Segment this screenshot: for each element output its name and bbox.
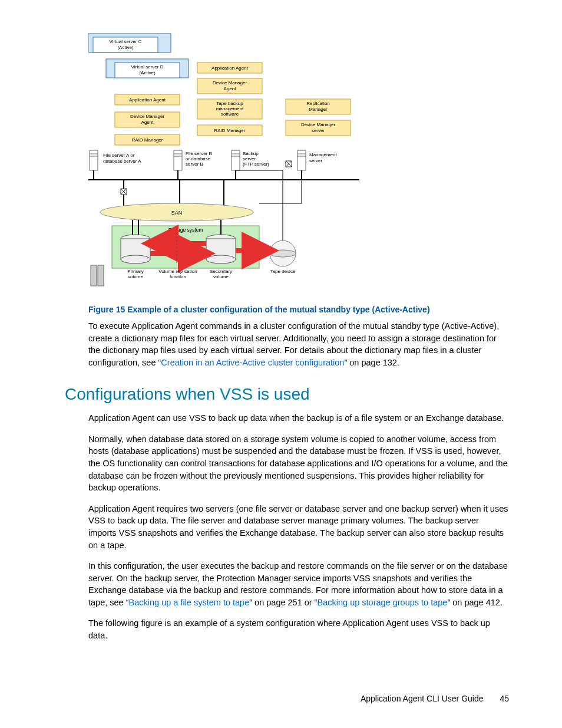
raid-mgr-mid: RAID Manager (214, 128, 246, 133)
para5-text-c: ” on page 412. (447, 598, 503, 607)
vol-repl-label: Volume replicationfunction (158, 269, 197, 279)
repl-mgr: ReplicationManager (306, 101, 330, 112)
figure-15-diagram: Virtual server C(Active) Virtual server … (88, 32, 509, 298)
paragraph-2: Application Agent can use VSS to back up… (88, 412, 509, 424)
server-icon-a (90, 150, 98, 170)
para5-text-b: ” on page 251 or “ (249, 598, 317, 607)
file-server-b-label: File server Bor databaseserver B (186, 151, 212, 167)
server-icon-mgmt (297, 150, 306, 170)
svg-point-50 (270, 250, 296, 257)
page-footer: Application Agent CLI User Guide 45 (361, 694, 509, 703)
svg-rect-13 (90, 150, 98, 170)
paragraph-1: To execute Application Agent commands in… (88, 320, 509, 368)
primary-vol-label: Primaryvolume (127, 269, 144, 279)
paragraph-5: In this configuration, the user executes… (88, 560, 509, 608)
server-icon-backup (232, 150, 240, 170)
paragraph-4: Application Agent requires two servers (… (88, 503, 509, 551)
link-active-active[interactable]: Creation in an Active-Active cluster con… (161, 358, 344, 367)
svg-rect-22 (297, 150, 306, 170)
footer-title: Application Agent CLI User Guide (361, 694, 484, 703)
page-number: 45 (500, 694, 509, 703)
figure-caption: Figure 15 Example of a cluster configura… (88, 305, 509, 314)
mgmt-server-label: Managementserver (309, 152, 337, 163)
file-server-a-label: File server A ordatabase server A (103, 153, 141, 164)
svg-point-45 (206, 255, 236, 263)
svg-point-42 (121, 255, 150, 263)
backup-server-label: Backupserver(FTP server) (243, 151, 269, 167)
san-label: SAN (171, 210, 183, 216)
svg-rect-53 (98, 265, 104, 286)
svg-rect-16 (174, 150, 182, 170)
link-backup-sg-tape[interactable]: Backing up storage groups to tape (318, 598, 448, 607)
secondary-vol-label: Secondaryvolume (210, 269, 232, 279)
app-agent-left: Application Agent (129, 97, 166, 103)
paragraph-3: Normally, when database data stored on a… (88, 433, 509, 494)
paragraph-6: The following figure is an example of a … (88, 617, 509, 641)
storage-system-label: Storage system (168, 227, 203, 233)
link-backup-fs-tape[interactable]: Backing up a file system to tape (129, 598, 250, 607)
svg-rect-19 (232, 150, 240, 170)
server-icon-b (174, 150, 182, 170)
raid-mgr-left: RAID Manager (132, 137, 163, 143)
para1-text-b: ” on page 132. (344, 358, 399, 367)
section-heading-vss: Configurations when VSS is used (65, 385, 509, 404)
app-agent-mid: Application Agent (211, 65, 249, 71)
svg-rect-52 (91, 265, 97, 286)
tape-device-label: Tape device (270, 269, 296, 274)
